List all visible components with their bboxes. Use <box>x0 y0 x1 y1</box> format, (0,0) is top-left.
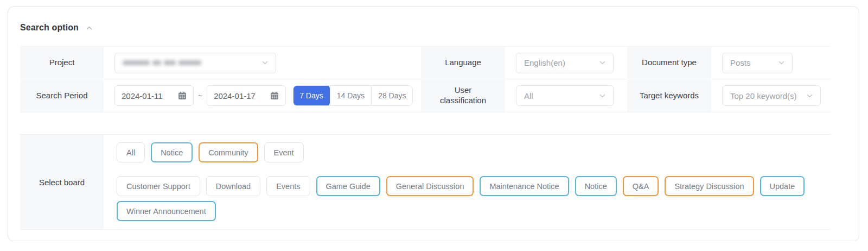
period-preset-button[interactable]: 28 Days <box>371 86 412 105</box>
board-type-filter-group: AllNoticeCommunityEvent <box>117 142 831 162</box>
search-option-panel: Search option Project Language <box>8 7 859 241</box>
select-board-content: AllNoticeCommunityEvent Customer Support… <box>104 135 831 229</box>
board-chip[interactable]: Notice <box>575 176 617 196</box>
document-type-cell: Posts <box>711 47 831 79</box>
calendar-icon <box>178 91 187 100</box>
language-label: Language <box>421 47 505 79</box>
target-keywords-label: Target keywords <box>627 79 711 112</box>
period-preset-button[interactable]: 7 Days <box>293 85 330 106</box>
board-chip[interactable]: Winner Announcement <box>117 201 216 221</box>
board-chip[interactable]: Notice <box>151 142 193 162</box>
calendar-icon <box>270 91 279 100</box>
select-board-section: Select board AllNoticeCommunityEvent Cus… <box>20 134 831 230</box>
chevron-up-icon <box>86 26 92 30</box>
board-chip[interactable]: Q&A <box>623 176 659 196</box>
start-date-input[interactable]: 2024-01-11 <box>114 85 194 106</box>
board-chip[interactable]: General Discussion <box>386 176 474 196</box>
board-chip[interactable]: Game Guide <box>316 176 380 196</box>
user-classification-cell: All <box>505 79 627 112</box>
start-date-value: 2024-01-11 <box>122 91 163 101</box>
board-chip[interactable]: Events <box>266 176 310 196</box>
project-cell <box>104 47 421 79</box>
document-type-select[interactable]: Posts <box>722 53 793 73</box>
panel-header: Search option <box>20 21 847 34</box>
board-chip[interactable]: Strategy Discussion <box>665 176 754 196</box>
chevron-down-icon <box>262 61 268 65</box>
search-period-label: Search Period <box>20 79 104 112</box>
target-keywords-cell: Top 20 keyword(s) <box>711 79 831 112</box>
user-classification-select-value: All <box>524 91 533 101</box>
language-select[interactable]: English(en) <box>516 53 614 73</box>
user-classification-select[interactable]: All <box>516 85 614 106</box>
board-chip[interactable]: All <box>117 142 145 162</box>
user-classification-label: User classification <box>421 79 505 112</box>
period-presets: 7 Days14 Days28 Days <box>293 85 413 106</box>
chevron-down-icon <box>778 61 784 65</box>
project-select[interactable] <box>114 53 276 73</box>
target-keywords-select-value: Top 20 keyword(s) <box>730 91 797 101</box>
board-chip[interactable]: Update <box>760 176 805 196</box>
target-keywords-select[interactable]: Top 20 keyword(s) <box>722 85 821 106</box>
end-date-value: 2024-01-17 <box>214 91 256 101</box>
document-type-select-value: Posts <box>730 58 751 67</box>
end-date-input[interactable]: 2024-01-17 <box>207 85 286 106</box>
board-chip[interactable]: Event <box>264 142 304 162</box>
select-board-label: Select board <box>20 135 104 229</box>
search-form: Project Language English(en) Do <box>20 46 831 112</box>
language-cell: English(en) <box>505 47 627 79</box>
language-select-value: English(en) <box>524 58 565 67</box>
project-label: Project <box>20 47 104 79</box>
board-chip[interactable]: Download <box>206 176 261 196</box>
project-value-redacted <box>123 60 201 65</box>
chevron-down-icon <box>807 94 813 98</box>
date-range-separator: ~ <box>198 91 202 100</box>
panel-title: Search option <box>20 23 79 33</box>
board-chip[interactable]: Maintenance Notice <box>480 176 569 196</box>
document-type-label: Document type <box>627 47 711 79</box>
board-chip[interactable]: Community <box>199 142 258 162</box>
collapse-toggle[interactable] <box>85 25 93 31</box>
board-list-group: Customer SupportDownloadEventsGame Guide… <box>117 176 831 221</box>
chevron-down-icon <box>599 94 605 98</box>
board-chip[interactable]: Customer Support <box>117 176 200 196</box>
period-preset-button[interactable]: 14 Days <box>330 86 371 105</box>
chevron-down-icon <box>599 61 605 65</box>
search-period-cell: 2024-01-11 ~ 2024-01-17 <box>104 79 421 112</box>
